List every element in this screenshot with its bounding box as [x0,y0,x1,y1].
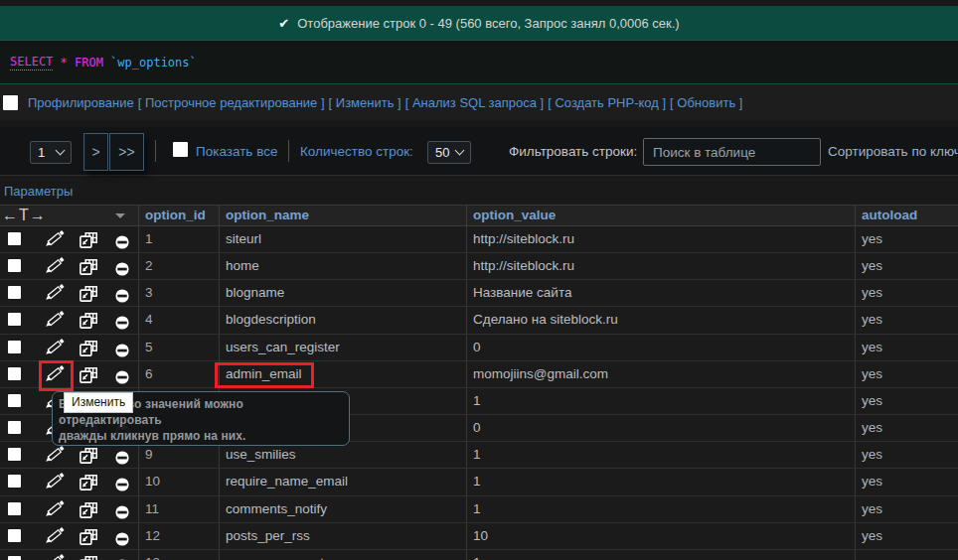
cell-option-value[interactable]: 1 [467,388,856,414]
copy-row-icon[interactable] [80,258,97,274]
delete-row-icon[interactable] [115,259,129,273]
cell-autoload[interactable]: yes [856,415,958,441]
row-checkbox[interactable] [8,556,21,560]
cell-autoload[interactable]: yes [856,469,958,494]
cell-option-name[interactable]: users_can_register [220,335,467,360]
delete-row-icon[interactable] [115,313,129,327]
delete-row-icon[interactable] [115,529,129,543]
cell-autoload[interactable]: yes [856,442,958,468]
column-header-option-id[interactable]: option_id [139,206,220,225]
edit-pencil-icon[interactable] [45,339,65,356]
cell-option-name[interactable]: blogdescription [220,307,467,333]
cell-autoload[interactable]: yes [856,307,958,333]
cell-option-id[interactable]: 13 [139,550,220,560]
copy-row-icon[interactable] [80,474,97,490]
delete-row-icon[interactable] [115,448,129,462]
edit-pencil-icon[interactable] [45,230,65,248]
row-checkbox[interactable] [8,448,21,461]
delete-row-icon[interactable] [115,367,129,381]
cell-option-name[interactable]: blogname [220,280,467,306]
row-checkbox[interactable] [8,367,21,380]
cell-option-value[interactable]: 1 [467,469,856,494]
cell-option-id[interactable]: 4 [139,307,220,333]
cell-autoload[interactable]: yes [856,335,958,360]
page-select[interactable]: 1 [30,141,72,164]
edit-pencil-icon[interactable] [45,311,65,329]
actions-column-header[interactable]: ←T→ [0,206,139,225]
cell-option-value[interactable]: Название сайта [467,280,856,306]
delete-row-icon[interactable] [115,556,129,560]
row-checkbox[interactable] [8,313,21,326]
delete-row-icon[interactable] [115,286,129,300]
copy-row-icon[interactable] [80,312,97,328]
create-php-link[interactable]: [ Создать PHP-код ] [548,95,666,110]
cell-option-name[interactable]: use_smilies [220,442,467,468]
last-page-button[interactable]: >> [109,133,144,171]
cell-option-value[interactable]: 0 [467,335,856,360]
cell-option-value[interactable]: 1 [467,550,856,560]
refresh-link[interactable]: [ Обновить ] [670,95,742,110]
row-checkbox[interactable] [8,286,21,299]
cell-option-value[interactable]: 1 [467,442,856,468]
edit-pencil-icon[interactable] [45,257,65,275]
cell-autoload[interactable]: yes [856,361,958,387]
cell-option-name[interactable]: comments_notify [220,496,467,522]
search-input[interactable] [643,138,821,166]
copy-row-icon[interactable] [80,285,97,301]
cell-option-name[interactable]: rss_use_excerpt [220,550,467,560]
delete-row-icon[interactable] [115,502,129,516]
row-checkbox[interactable] [8,529,21,542]
copy-row-icon[interactable] [80,447,97,463]
copy-row-icon[interactable] [80,501,97,517]
copy-row-icon[interactable] [80,231,97,247]
cell-option-id[interactable]: 2 [139,253,220,279]
edit-pencil-icon[interactable] [45,554,65,560]
copy-row-icon[interactable] [80,528,97,544]
column-header-option-value[interactable]: option_value [467,206,856,225]
column-header-option-name[interactable]: option_name [220,206,467,225]
copy-row-icon[interactable] [80,555,97,560]
column-header-autoload[interactable]: autoload [856,206,958,225]
cell-option-name[interactable]: home [220,253,467,279]
cell-autoload[interactable]: yes [856,496,958,522]
row-checkbox[interactable] [8,232,21,245]
row-checkbox[interactable] [8,259,21,272]
sql-keyword-select[interactable]: SELECT [10,55,53,70]
cell-option-id[interactable]: 9 [139,442,220,468]
edit-pencil-icon[interactable] [45,473,65,490]
profiling-checkbox[interactable] [3,95,18,110]
copy-row-icon[interactable] [80,340,97,355]
cell-option-value[interactable]: momojiins@gmail.com [467,361,856,387]
row-checkbox[interactable] [8,394,21,407]
cell-option-id[interactable]: 1 [139,226,220,252]
row-checkbox[interactable] [8,421,21,434]
cell-option-name[interactable]: siteurl [220,226,467,252]
copy-row-icon[interactable] [80,366,97,382]
column-options-caret-icon[interactable] [115,213,125,218]
inline-edit-link[interactable]: [ Построчное редактирование ] [138,95,325,110]
cell-option-value[interactable]: http://siteblock.ru [467,226,856,252]
explain-sql-link[interactable]: [ Анализ SQL запроса ] [405,95,545,110]
cell-autoload[interactable]: yes [856,523,958,549]
cell-autoload[interactable]: yes [856,226,958,252]
row-checkbox[interactable] [8,475,21,488]
profiling-link[interactable]: Профилирование [28,95,134,110]
cell-option-id[interactable]: 6 [139,361,220,387]
cell-autoload[interactable]: yes [856,253,958,279]
delete-row-icon[interactable] [115,341,129,354]
cell-autoload[interactable]: yes [856,280,958,306]
table-caption[interactable]: Параметры [4,184,73,199]
cell-autoload[interactable]: yes [856,388,958,414]
edit-link[interactable]: [ Изменить ] [329,95,401,110]
cell-option-name[interactable]: require_name_email [220,469,467,494]
cell-option-id[interactable]: 11 [139,496,220,522]
edit-pencil-icon[interactable] [45,527,65,545]
row-checkbox[interactable] [8,502,21,515]
cell-autoload[interactable]: yes [856,550,958,560]
cell-option-id[interactable]: 3 [139,280,220,306]
edit-pencil-icon[interactable] [45,446,65,464]
row-checkbox[interactable] [8,341,21,353]
cell-option-name[interactable]: posts_per_rss [220,523,467,549]
cell-option-value[interactable]: 0 [467,415,856,441]
delete-row-icon[interactable] [115,475,129,489]
